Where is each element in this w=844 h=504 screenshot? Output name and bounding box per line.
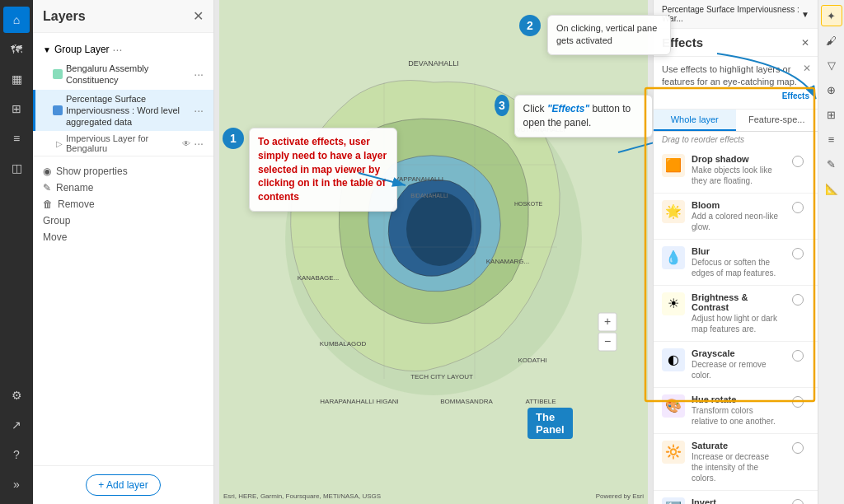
chevron-down-icon[interactable]: ▼ [801,10,809,19]
effect-desc-hue: Transform colors relative to one another… [692,405,780,427]
properties-icon: ◉ [43,166,51,177]
effect-toggle-invert[interactable] [792,499,804,504]
layer-options-percentage[interactable]: ··· [194,104,204,117]
svg-text:−: − [604,334,611,348]
effect-toggle-drop-shadow[interactable] [792,156,804,167]
svg-text:Powered by Esri: Powered by Esri [596,492,644,500]
show-properties-item[interactable]: ◉ Show properties [43,163,204,180]
effect-name-hue: Hue rotate [692,394,780,404]
effect-desc-drop-shadow: Make objects look like they are floating… [692,165,780,186]
layers-nav-icon[interactable]: ◫ [3,155,30,181]
filter-icon[interactable]: ▽ [821,54,842,76]
apps-icon[interactable]: ⊞ [3,96,30,122]
hue-rotate-icon: 🎨 [662,394,685,418]
group-layer-options[interactable]: ··· [113,43,123,56]
eye-icon[interactable]: 👁 [182,139,190,148]
move-item[interactable]: Move [43,229,204,245]
brightness-icon: ☀ [662,292,685,315]
bloom-icon: 🌟 [662,200,685,223]
effect-name-invert: Invert [692,497,780,504]
effect-toggle-saturate[interactable] [792,442,804,454]
svg-text:KANAMARG...: KANAMARG... [486,258,529,265]
hint-close[interactable]: ✕ [803,62,811,76]
layers-panel-header: Layers ✕ [33,0,213,33]
effect-desc-brightness: Adjust how light or dark map features ar… [692,313,780,334]
group-layer-header[interactable]: ▼ Group Layer ··· [33,40,213,59]
style-icon[interactable]: 🖌 [821,30,842,51]
effect-name-blur: Blur [692,246,780,256]
list-view-icon[interactable]: ≡ [821,128,842,150]
effect-toggle-hue[interactable] [792,396,804,408]
list-icon[interactable]: ≡ [3,125,30,152]
layer-item-bengaluru[interactable]: Bengaluru AssemblyConstituency ··· [33,59,213,90]
rename-item[interactable]: ✎ Rename [43,180,204,196]
ruler-icon[interactable]: 📐 [821,178,842,199]
effects-tabs: Whole layer Feature-spe... [654,110,818,132]
effect-name-drop-shadow: Drop shadow [692,154,780,164]
add-layer-button[interactable]: + Add layer [86,474,160,496]
context-menu: ◉ Show properties ✎ Rename 🗑 Remove Grou… [33,156,213,252]
layers-panel-close[interactable]: ✕ [193,8,204,24]
effect-toggle-blur[interactable] [792,248,804,259]
effects-panel-icon[interactable]: ✦ [821,5,842,26]
group-item[interactable]: Group [43,212,204,229]
svg-text:TECH CITY LAYOUT: TECH CITY LAYOUT [410,373,473,380]
svg-text:HOSKOTE: HOSKOTE [514,201,543,207]
settings-icon[interactable]: ⚙ [3,382,30,408]
effect-grayscale: ◐ Grayscale Decrease or remove color. [654,342,818,388]
svg-text:KUMBALAGOD: KUMBALAGOD [320,340,367,348]
layers-footer: + Add layer [33,465,213,504]
svg-text:BIDANAHALLI: BIDANAHALLI [410,193,448,198]
layer-color-swatch-2 [53,105,63,115]
svg-text:KODATHI: KODATHI [518,357,547,364]
effect-toggle-grayscale[interactable] [792,350,804,362]
effects-panel-title: Effects [662,35,703,49]
effect-drop-shadow: 🟧 Drop shadow Make objects look like the… [654,147,818,194]
rename-icon: ✎ [43,182,51,194]
tab-feature-specific[interactable]: Feature-spe... [736,110,818,131]
svg-point-2 [406,192,472,266]
expand-icon[interactable]: » [3,471,30,497]
svg-text:VUTTANAHALLI: VUTTANAHALLI [517,126,565,133]
effects-hint-label: Effects [662,91,809,102]
share-icon[interactable]: ↗ [3,412,30,438]
left-sidebar: ⌂ 🗺 ▦ ⊞ ≡ ◫ ⚙ ↗ ? » [0,0,33,504]
map-area[interactable]: DEVANAHALLI VUTTANAHALLI HOSKOTE KANAMAR… [214,0,653,504]
trash-icon: 🗑 [43,198,53,210]
bar-chart-icon[interactable]: ▦ [3,66,30,92]
svg-text:BOMMASANDRA: BOMMASANDRA [440,398,493,405]
svg-text:ATTIBELE: ATTIBELE [525,398,556,405]
effect-blur: 💧 Blur Defocus or soften the edges of ma… [654,240,818,286]
effects-panel: Percentage Surface Imperviousness : War.… [653,0,818,504]
layer-name-bengaluru: Bengaluru AssemblyConstituency [66,63,190,86]
effect-toggle-bloom[interactable] [792,202,804,213]
table-icon[interactable]: ⊞ [821,104,842,125]
effects-list: 🟧 Drop shadow Make objects look like the… [654,147,818,504]
effect-toggle-brightness[interactable] [792,294,804,306]
effect-desc-blur: Defocus or soften the edges of map featu… [692,257,780,278]
svg-text:KANABAGE...: KANABAGE... [298,274,340,282]
effect-name-brightness: Brightness & Contrast [692,292,780,312]
layer-options-bengaluru[interactable]: ··· [194,68,204,81]
tab-whole-layer[interactable]: Whole layer [654,110,736,131]
map-icon[interactable]: 🗺 [3,36,30,63]
effects-panel-title-row: Effects ✕ [654,29,818,57]
layer-options-impervious[interactable]: ··· [194,137,204,150]
svg-text:DEVANAHALLI: DEVANAHALLI [408,59,458,68]
layers-panel: Layers ✕ ▼ Group Layer ··· Bengaluru Ass… [33,0,214,504]
invert-icon: 🔄 [662,497,685,504]
effects-hint: Use effects to highlight layers or featu… [654,57,818,110]
layer-item-impervious[interactable]: ▷ Impervious Layer for Bengaluru 👁 ··· [33,131,213,156]
help-icon[interactable]: ? [3,441,30,468]
effect-bloom: 🌟 Bloom Add a colored neon-like glow. [654,194,818,240]
effects-panel-layer-name: Percentage Surface Imperviousness : War.… [654,0,818,29]
transform-icon[interactable]: ⊕ [821,79,842,100]
layers-content: ▼ Group Layer ··· Bengaluru AssemblyCons… [33,33,213,465]
effect-saturate: 🔆 Saturate Increase or decrease the inte… [654,434,818,491]
home-icon[interactable]: ⌂ [3,7,30,33]
layer-item-percentage[interactable]: Percentage Surface Imperviousness : Word… [33,90,213,132]
pencil-icon[interactable]: ✎ [821,153,842,175]
effect-name-grayscale: Grayscale [692,348,780,358]
remove-item[interactable]: 🗑 Remove [43,196,204,212]
effects-panel-close[interactable]: ✕ [801,37,809,49]
